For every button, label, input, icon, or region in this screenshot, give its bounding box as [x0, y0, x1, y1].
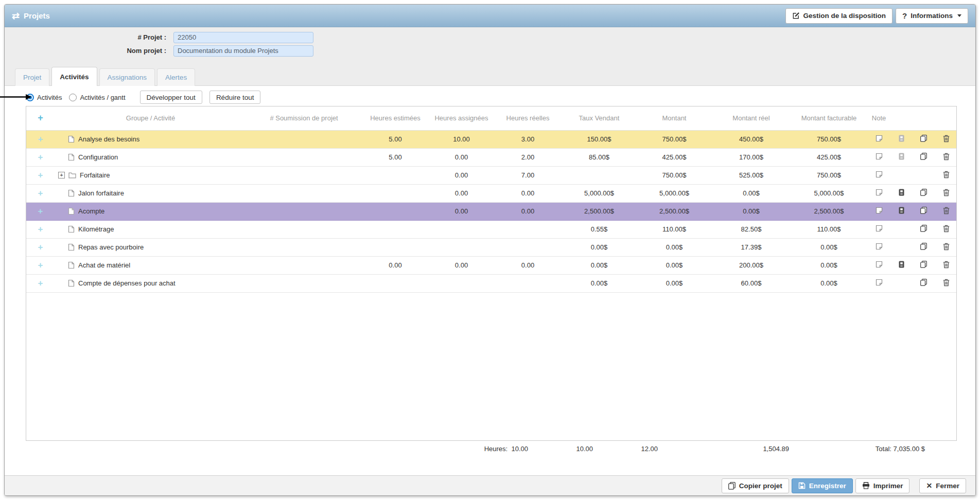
document-icon — [68, 225, 75, 233]
heures-reelles-cell: 3.00 — [494, 130, 562, 148]
note-icon[interactable] — [876, 153, 883, 160]
duplicate-row-icon[interactable] — [920, 207, 927, 214]
heures-assignees-cell: 0.00 — [429, 148, 494, 166]
column-heures-assignees: Heures assignées — [429, 106, 494, 130]
column-soumission: # Soumission de projet — [247, 106, 361, 130]
delete-row-icon[interactable] — [943, 153, 950, 160]
duplicate-row-icon[interactable] — [920, 189, 927, 196]
add-subactivity-button[interactable]: + — [38, 278, 43, 288]
add-activity-button[interactable]: + — [38, 113, 43, 123]
table-row[interactable]: +Kilométrage0.55$110.00$82.50$110.00$ — [26, 220, 957, 238]
note-icon[interactable] — [876, 207, 883, 214]
duplicate-row-icon[interactable] — [920, 279, 927, 286]
heures-estimees-cell — [361, 274, 429, 292]
duplicate-row-icon[interactable] — [920, 243, 927, 250]
invoice-icon[interactable] — [899, 207, 904, 214]
add-subactivity-button[interactable]: + — [38, 134, 43, 144]
note-icon[interactable] — [876, 171, 883, 178]
heures-assignees-cell: 0.00 — [429, 166, 494, 184]
page-title: ⇄ Projets — [12, 11, 50, 21]
montant-cell: 0.00$ — [636, 274, 712, 292]
save-icon — [798, 482, 806, 489]
delete-row-icon[interactable] — [943, 225, 950, 233]
taux-vendant-cell — [562, 166, 636, 184]
tab-alertes[interactable]: Alertes — [157, 68, 195, 86]
tab-assignations[interactable]: Assignations — [99, 68, 155, 86]
table-row[interactable]: +Acompte0.000.002,500.00$2,500.00$0.00$2… — [26, 202, 957, 220]
delete-row-icon[interactable] — [943, 261, 950, 269]
duplicate-row-icon[interactable] — [920, 153, 927, 160]
montant-facturable-cell: 2,500.00$ — [790, 202, 868, 220]
project-form: # Projet : Nom projet : — [5, 31, 975, 58]
soumission-cell — [247, 202, 361, 220]
table-row[interactable]: +Jalon forfaitaire0.000.005,000.00$5,000… — [26, 184, 957, 202]
activity-name: Analyse des besoins — [78, 135, 139, 143]
project-number-field[interactable] — [173, 32, 313, 43]
duplicate-row-icon[interactable] — [920, 135, 927, 142]
heures-assignees-cell — [429, 220, 494, 238]
expand-row-button[interactable]: + — [58, 172, 65, 178]
add-subactivity-button[interactable]: + — [38, 188, 43, 198]
note-icon[interactable] — [876, 135, 883, 142]
table-row[interactable]: ++Forfaitaire0.007.00750.00$525.00$750.0… — [26, 166, 957, 184]
delete-row-icon[interactable] — [943, 189, 950, 197]
project-name-field[interactable] — [173, 45, 313, 57]
layout-management-button[interactable]: Gestion de la disposition — [785, 8, 893, 24]
delete-row-icon[interactable] — [943, 279, 950, 287]
invoice-icon[interactable] — [899, 135, 904, 142]
add-subactivity-button[interactable]: + — [38, 206, 43, 216]
note-icon[interactable] — [876, 243, 883, 250]
table-row[interactable]: +Compte de dépenses pour achat0.00$0.00$… — [26, 274, 957, 292]
delete-row-icon[interactable] — [943, 243, 950, 251]
add-subactivity-button[interactable]: + — [38, 260, 43, 270]
montant-cell: 425.00$ — [636, 148, 712, 166]
expand-all-button[interactable]: Développer tout — [140, 91, 202, 104]
table-row[interactable]: +Analyse des besoins5.0010.003.00150.00$… — [26, 130, 957, 148]
note-icon[interactable] — [876, 189, 883, 196]
totals-heures-estimees: Heures: 10.00 — [484, 445, 528, 453]
totals-heures-assignees: 10.00 — [576, 445, 593, 453]
heures-reelles-cell: 0.00 — [494, 184, 562, 202]
informations-button[interactable]: ? Informations — [896, 8, 968, 24]
table-row[interactable]: +Configuration5.000.002.0085.00$425.00$1… — [26, 148, 957, 166]
copy-project-button[interactable]: Copier projet — [722, 478, 789, 493]
add-subactivity-button[interactable]: + — [38, 242, 43, 252]
activities-panel: ActivitésActivités / gantt Développer to… — [5, 85, 975, 475]
heures-estimees-cell — [361, 220, 429, 238]
note-icon[interactable] — [876, 225, 883, 232]
add-subactivity-button[interactable]: + — [38, 224, 43, 234]
soumission-cell — [247, 166, 361, 184]
collapse-all-button[interactable]: Réduire tout — [209, 91, 261, 104]
print-button[interactable]: Imprimer — [855, 478, 910, 493]
montant-reel-cell: 0.00$ — [712, 184, 790, 202]
view-mode-radio-1[interactable] — [69, 94, 77, 101]
column-heures-estimees: Heures estimées — [361, 106, 429, 130]
column-note: Note — [868, 106, 890, 130]
duplicate-row-icon[interactable] — [920, 261, 927, 268]
delete-row-icon[interactable] — [943, 171, 950, 178]
taux-vendant-cell: 85.00$ — [562, 148, 636, 166]
add-subactivity-button[interactable]: + — [38, 152, 43, 162]
invoice-icon[interactable] — [899, 189, 904, 196]
close-button[interactable]: ✕ Fermer — [919, 478, 966, 493]
save-button[interactable]: Enregistrer — [792, 478, 853, 493]
note-icon[interactable] — [876, 261, 883, 268]
invoice-icon[interactable] — [899, 153, 904, 160]
invoice-icon[interactable] — [899, 261, 904, 268]
document-icon — [68, 279, 75, 287]
document-icon — [68, 243, 75, 251]
tab-activites[interactable]: Activités — [51, 67, 97, 86]
duplicate-row-icon[interactable] — [920, 225, 927, 232]
note-icon[interactable] — [876, 279, 883, 286]
montant-facturable-cell: 750.00$ — [790, 166, 868, 184]
delete-row-icon[interactable] — [943, 207, 950, 215]
activity-name: Jalon forfaitaire — [78, 189, 124, 197]
tab-projet[interactable]: Projet — [15, 68, 49, 86]
heures-assignees-cell: 10.00 — [429, 130, 494, 148]
table-row[interactable]: +Achat de matériel0.000.000.000.00$0.00$… — [26, 256, 957, 274]
montant-cell: 2,500.00$ — [636, 202, 712, 220]
table-row[interactable]: +Repas avec pourboire0.00$0.00$17.39$0.0… — [26, 238, 957, 256]
totals-heures-reelles: 12.00 — [641, 445, 658, 453]
add-subactivity-button[interactable]: + — [38, 170, 43, 180]
delete-row-icon[interactable] — [943, 135, 950, 142]
